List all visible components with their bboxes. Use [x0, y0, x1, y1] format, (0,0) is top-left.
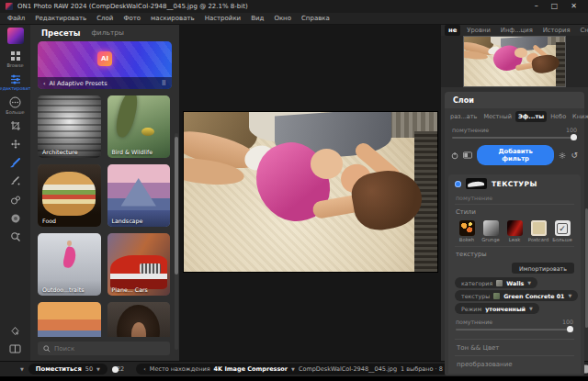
edit-filter-tab[interactable]: раз...ать [447, 111, 480, 122]
right-panel-tab[interactable]: не [445, 25, 460, 36]
blend-mode-dropdown[interactable]: Режим утонченный ▼ [455, 303, 539, 314]
right-panel-tab[interactable]: Снимки [577, 25, 588, 36]
edit-filter-tab[interactable]: Небо [548, 111, 569, 122]
preset-category-tile[interactable]: Bird & Wildlife [107, 95, 171, 158]
banner-back-chevron-icon[interactable]: ‹ [43, 80, 46, 87]
orbit-icon [9, 325, 21, 337]
import-textures-button[interactable]: Импортировать [512, 263, 574, 274]
right-panel-tab[interactable]: История [539, 25, 574, 36]
textures-filter-title: ТЕКСТУРЫ [492, 180, 537, 188]
banner-caption: ‹ AI Adaptive Presets ⠿ [38, 77, 172, 89]
texture-style[interactable]: Postcard [527, 220, 549, 242]
gear-icon[interactable] [559, 151, 566, 160]
tone-color-section-header[interactable]: Тон && Цвет [455, 339, 574, 355]
banner-grid-icon[interactable]: ⠿ [162, 80, 166, 87]
menu-item[interactable]: Файл [7, 15, 25, 22]
album-chevron-icon[interactable]: ▼ [291, 366, 295, 372]
textures-filter-header[interactable]: ТЕКСТУРЫ [455, 178, 574, 191]
brush-tool-button-active[interactable] [9, 157, 21, 169]
category-dropdown[interactable]: категория Walls ▼ [455, 277, 537, 288]
album-name[interactable]: 4K Image Compressor [214, 365, 288, 373]
menu-item[interactable]: Окно [274, 15, 291, 22]
ai-adaptive-presets-banner[interactable]: AI ‹ AI Adaptive Presets ⠿ [38, 41, 172, 89]
presets-scrollbar[interactable] [175, 133, 178, 350]
close-button[interactable]: ✕ [571, 0, 577, 13]
texture-style[interactable]: Больше [551, 220, 573, 242]
preset-category-tile[interactable]: Studio...traits [107, 302, 171, 337]
edit-module-button[interactable]: Редактировать [0, 73, 33, 91]
texture-style[interactable]: Bokeh [456, 220, 478, 242]
menu-item[interactable]: Настройки [205, 15, 242, 22]
right-panel: не Уровни Инф...ция История Снимки [441, 25, 588, 361]
texture-style[interactable]: Grunge [480, 220, 502, 242]
super-select-tool-button[interactable] [10, 231, 21, 242]
menu-bar: Файл Редактировать Слой Фото маскировать… [0, 13, 588, 25]
preset-category-tile[interactable]: Food [38, 164, 101, 227]
right-panel-tab[interactable]: Инф...ция [497, 25, 537, 36]
texture-opacity-slider[interactable] [456, 326, 573, 334]
navigator-thumbnail[interactable] [463, 36, 566, 87]
filename: CompDeskWalCol-2948__045.jpg [299, 365, 397, 373]
zoom-preset-chevron-icon[interactable]: ▼ [96, 366, 100, 372]
mode-label: Режим [461, 306, 481, 312]
menu-item[interactable]: Редактировать [35, 15, 86, 22]
preset-category-tile[interactable]: Architecture [38, 95, 101, 158]
zoom-slider-thumb[interactable] [112, 366, 119, 373]
maximize-button[interactable]: □ [551, 0, 559, 13]
ai-mask-tool-button[interactable] [10, 213, 21, 224]
texture-style-label: Grunge [481, 237, 500, 242]
slider-thumb[interactable] [571, 134, 577, 140]
masking-brush-tool-button[interactable] [10, 176, 21, 187]
search-input[interactable] [54, 345, 164, 353]
fit-button[interactable]: Поместиться [36, 365, 82, 373]
menu-item[interactable]: Фото [123, 15, 141, 22]
menu-item[interactable]: Вид [251, 15, 264, 22]
more-label: Больше [6, 109, 24, 115]
reset-icon[interactable]: ↺ [571, 151, 578, 160]
texture-label: текстуры [461, 293, 490, 299]
view-options-chevron-icon[interactable]: ▼ [20, 366, 24, 372]
add-filter-button[interactable]: Добавить фильтр [477, 145, 554, 165]
back-chevron-icon[interactable]: ‹ [143, 365, 146, 373]
mask-preview-icon[interactable] [463, 151, 472, 159]
presets-tab[interactable]: Пресеты [41, 28, 80, 38]
transform-section-header[interactable]: преобразование [455, 355, 574, 372]
edit-filter-tab[interactable]: Эф...ты [515, 111, 547, 122]
preset-category-tile[interactable]: Landscape [107, 164, 171, 227]
main-canvas[interactable] [179, 25, 441, 361]
layers-section-header[interactable]: Слои [445, 92, 584, 108]
gradient-mask-tool-button[interactable] [10, 195, 21, 206]
edit-filter-tab[interactable]: Книжная [570, 111, 588, 122]
filter-enabled-indicator-icon[interactable] [455, 181, 461, 187]
power-icon[interactable] [451, 151, 458, 160]
side-panel-toggle-button[interactable] [9, 344, 21, 353]
photo-canvas[interactable] [184, 112, 437, 272]
minimize-button[interactable]: – [535, 0, 538, 13]
menu-item[interactable]: Слой [96, 15, 113, 22]
slider-thumb[interactable] [567, 326, 573, 332]
texture-style[interactable]: Leak [503, 220, 526, 242]
menu-item[interactable]: маскировать [151, 15, 195, 22]
preset-category-thumbnail [38, 302, 101, 337]
presets-tab[interactable]: фильтры [91, 28, 124, 37]
preset-category-tile[interactable]: Plane... Cars [107, 233, 171, 296]
presets-scrollbar-thumb[interactable] [175, 137, 178, 275]
more-module-button[interactable]: Больше [6, 96, 24, 115]
menu-item[interactable]: Справка [301, 15, 330, 22]
book-panel-icon [9, 344, 21, 353]
preset-category-tile[interactable]: Seascapes [38, 302, 101, 337]
category-swatch-icon [496, 280, 503, 286]
transform-tool-button[interactable] [10, 139, 21, 150]
two-circles-icon [10, 195, 21, 206]
presets-tabs: Пресеты фильтры [30, 25, 179, 40]
zoom-preset-value[interactable]: 50 [85, 365, 93, 373]
textures-filter-pane: ТЕКСТУРЫ помутнение Стили Bokeh Grunge [448, 174, 581, 374]
preset-category-tile[interactable]: Outdoo...traits [38, 233, 101, 296]
edit-filter-tab[interactable]: Местный [481, 111, 514, 122]
right-panel-tab[interactable]: Уровни [463, 25, 493, 36]
texture-dropdown[interactable]: текстуры Green Concrete 01 ▼ [455, 290, 578, 301]
sync-settings-button[interactable] [9, 325, 21, 337]
effects-opacity-slider[interactable] [452, 134, 577, 142]
crop-tool-button[interactable] [10, 120, 21, 131]
browse-module-button[interactable]: Browse [6, 50, 23, 68]
